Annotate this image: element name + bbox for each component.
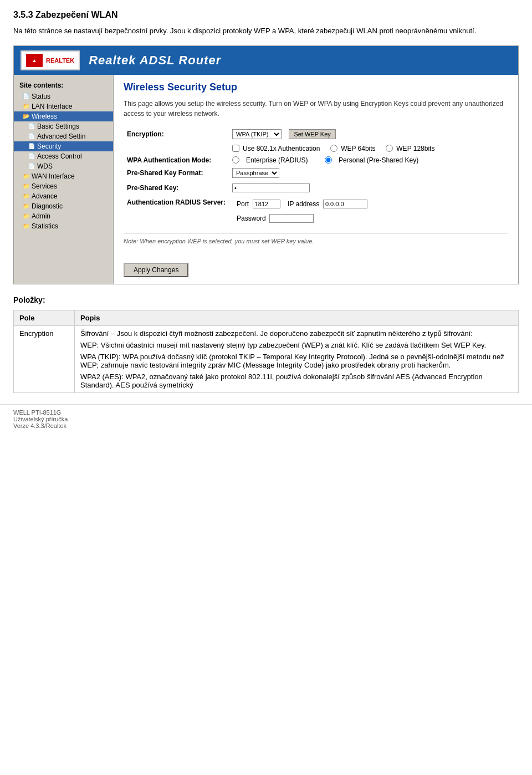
sidebar-label-services: Services <box>32 182 57 190</box>
sidebar-item-wan[interactable]: 📁 WAN Interface <box>14 171 113 181</box>
doc-icon: 📁 <box>23 103 29 109</box>
sidebar-title: Site contents: <box>14 79 113 91</box>
personal-radio[interactable] <box>325 156 332 164</box>
encryption-row-desc: Šifrování – Jsou k dispozici čtyři možno… <box>75 325 519 392</box>
router-header: ▲ REALTEK Realtek ADSL Router <box>14 46 518 75</box>
sidebar-label-basic-settings: Basic Settings <box>37 123 79 130</box>
radius-label: Authentication RADIUS Server: <box>124 195 229 230</box>
sidebar: Site contents: 📄 Status 📁 LAN Interface … <box>14 75 114 284</box>
wep64-radio[interactable] <box>330 145 337 152</box>
note-text: Note: When encryption WEP is selected, y… <box>124 238 508 244</box>
sidebar-label-lan: LAN Interface <box>32 103 72 110</box>
radius-field: Port IP address Passw <box>229 195 508 230</box>
doc-icon: 📄 <box>28 123 35 129</box>
8021x-checkbox[interactable] <box>232 145 239 152</box>
sidebar-item-wds[interactable]: 📄 WDS <box>14 161 113 171</box>
router-title: Realtek ADSL Router <box>89 53 221 68</box>
wpa-auth-row: WPA Authentication Mode: Enterprise (RAD… <box>124 155 508 165</box>
ip-input[interactable] <box>323 200 367 208</box>
sidebar-item-advanced-settings[interactable]: 📄 Advanced Settin <box>14 131 113 141</box>
8021x-group: Use 802.1x Authentication WEP 64bits WEP… <box>232 145 505 152</box>
col-popis: Popis <box>75 310 519 325</box>
sidebar-item-diagnostic[interactable]: 📁 Diagnostic <box>14 201 113 211</box>
apply-changes-button[interactable]: Apply Changes <box>124 263 188 277</box>
enterprise-label: Enterprise (RADIUS) <box>246 156 308 164</box>
router-ui: ▲ REALTEK Realtek ADSL Router Site conte… <box>13 45 519 284</box>
page-title: Wireless Security Setup <box>124 81 508 93</box>
psk-format-select[interactable]: Passphrase HEX <box>232 168 279 178</box>
sidebar-item-wireless[interactable]: 📂 Wireless <box>14 111 113 121</box>
doc-icon: 📄 <box>28 153 35 159</box>
folder-icon: 📁 <box>23 183 29 189</box>
router-body: Site contents: 📄 Status 📁 LAN Interface … <box>14 75 518 284</box>
sidebar-item-services[interactable]: 📁 Services <box>14 181 113 191</box>
port-label: Port <box>237 200 249 208</box>
sidebar-item-access-control[interactable]: 📄 Access Control <box>14 151 113 161</box>
doc-icon: 📄 <box>28 143 35 149</box>
table-header-row: Pole Popis <box>14 310 519 325</box>
password-label-cell: Password <box>233 212 371 226</box>
doc-header: 3.5.3 Zabezpečení WLAN Na této stránce s… <box>0 0 532 45</box>
sidebar-item-admin[interactable]: 📁 Admin <box>14 211 113 221</box>
sidebar-item-security[interactable]: 📄 Security <box>14 141 113 151</box>
sidebar-label-diagnostic: Diagnostic <box>32 202 63 210</box>
radius-password-row: Password <box>233 212 371 226</box>
folder-icon: 📁 <box>23 193 29 199</box>
encryption-label: Encryption: <box>124 126 229 142</box>
sidebar-item-advance[interactable]: 📁 Advance <box>14 191 113 201</box>
col-pole: Pole <box>14 310 75 325</box>
radius-password-input[interactable] <box>269 214 314 223</box>
folder-icon: 📁 <box>23 173 29 179</box>
router-logo: ▲ REALTEK <box>21 50 80 70</box>
enc-desc-p1: Šifrování – Jsou k dispozici čtyři možno… <box>80 329 513 338</box>
doc-section: Položky: Pole Popis Encryption Šifrování… <box>0 284 532 404</box>
sidebar-item-basic-settings[interactable]: 📄 Basic Settings <box>14 121 113 131</box>
sidebar-item-statistics[interactable]: 📁 Statistics <box>14 221 113 231</box>
encryption-field: None WEP WPA (TKIP) WPA2 (AES) Set WEP K… <box>229 126 508 142</box>
sidebar-label-status: Status <box>32 93 50 100</box>
doc-icon: 📄 <box>23 93 29 99</box>
enc-desc-p4: WPA2 (AES): WPA2, označovaný také jako p… <box>80 373 513 389</box>
sidebar-label-admin: Admin <box>32 212 50 220</box>
page-description: This page allows you setup the wireless … <box>124 99 508 119</box>
encryption-row: Encryption: None WEP WPA (TKIP) WPA2 (AE… <box>124 126 508 142</box>
wpa-auth-field: Enterprise (RADIUS) Personal (Pre-Shared… <box>229 155 508 165</box>
sidebar-label-statistics: Statistics <box>32 222 58 230</box>
psk-field <box>229 181 508 195</box>
port-input[interactable] <box>253 200 280 208</box>
8021x-label: Use 802.1x Authentication <box>243 145 320 152</box>
psk-format-label: Pre-Shared Key Format: <box>124 165 229 181</box>
encryption-select[interactable]: None WEP WPA (TKIP) WPA2 (AES) <box>232 129 282 139</box>
table-row-encryption: Encryption Šifrování – Jsou k dispozici … <box>14 325 519 392</box>
sidebar-label-wds: WDS <box>37 162 53 170</box>
port-label-cell: Port IP address <box>233 198 371 211</box>
folder-open-icon: 📂 <box>23 113 29 119</box>
sidebar-label-wan: WAN Interface <box>32 172 75 180</box>
sidebar-label-wireless: Wireless <box>32 113 57 120</box>
security-form: Encryption: None WEP WPA (TKIP) WPA2 (AE… <box>124 126 508 230</box>
main-panel: Wireless Security Setup This page allows… <box>114 75 518 284</box>
items-heading: Položky: <box>13 295 519 304</box>
psk-format-field: Passphrase HEX <box>229 165 508 181</box>
enterprise-radio[interactable] <box>232 156 239 164</box>
radius-port-ip-row: Port IP address <box>233 198 371 211</box>
section-title: 3.5.3 Zabezpečení WLAN <box>13 10 519 20</box>
doc-footer: WELL PTI-8511G Uživatelský příručka Verz… <box>0 404 532 434</box>
set-wep-key-button[interactable]: Set WEP Key <box>289 129 335 139</box>
wep128-label: WEP 128bits <box>396 145 434 152</box>
psk-input[interactable] <box>232 183 310 192</box>
items-table: Pole Popis Encryption Šifrování – Jsou k… <box>13 310 519 393</box>
wep128-radio[interactable] <box>386 145 393 152</box>
sidebar-item-lan[interactable]: 📁 LAN Interface <box>14 101 113 111</box>
sidebar-item-status[interactable]: 📄 Status <box>14 91 113 101</box>
footer-line1: WELL PTI-8511G <box>13 409 519 416</box>
footer-line3: Verze 4.3.3/Realtek <box>13 422 519 429</box>
empty-cell <box>124 142 229 155</box>
sidebar-label-access-control: Access Control <box>37 152 82 160</box>
psk-label: Pre-Shared Key: <box>124 181 229 195</box>
password-label: Password <box>237 215 266 222</box>
intro-paragraph: Na této stránce se nastavují bezpečnostn… <box>13 26 519 37</box>
psk-row: Pre-Shared Key: <box>124 181 508 195</box>
psk-format-row: Pre-Shared Key Format: Passphrase HEX <box>124 165 508 181</box>
wpa-auth-label: WPA Authentication Mode: <box>124 155 229 165</box>
